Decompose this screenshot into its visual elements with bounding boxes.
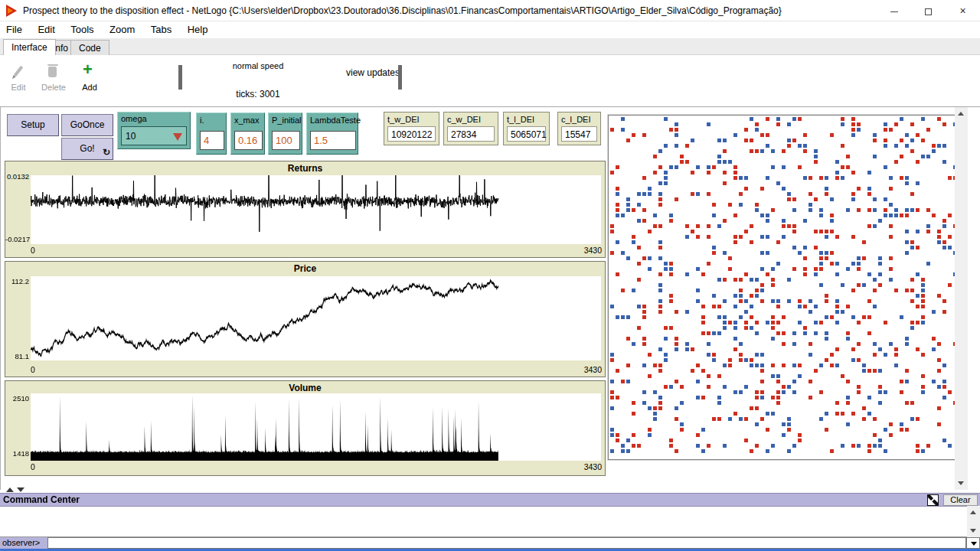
command-prompt-row: observer> <box>0 537 980 549</box>
returns-y-min-tick: -0.0217 <box>5 235 29 243</box>
price-x-max-tick: 3430 <box>584 365 602 374</box>
toolbar-separator-2 <box>398 65 402 90</box>
splitter-down-handle[interactable] <box>17 487 24 492</box>
cc-scroll-down-button[interactable] <box>967 524 980 537</box>
monitor-t-l-dei: t_l_DEI 5065071 <box>503 112 550 145</box>
scroll-up-button[interactable] <box>955 107 968 120</box>
plot-volume: Volume 2510 1418 0 3430 <box>5 380 606 476</box>
command-center-scrollbar[interactable] <box>967 506 980 537</box>
input-i: i. <box>196 112 227 155</box>
plot-price: Price 112.2 81.1 0 3430 <box>5 261 606 377</box>
menu-tools[interactable]: Tools <box>64 21 100 35</box>
window-title: Prospect theory to the disposition effec… <box>23 5 782 16</box>
command-center-output <box>0 506 967 537</box>
close-button[interactable]: × <box>946 0 980 21</box>
plot-volume-title: Volume <box>5 383 605 393</box>
plot-returns: Returns 0.0132 -0.0217 0 3430 <box>5 161 606 258</box>
input-x-max-field[interactable] <box>234 131 263 150</box>
tab-interface[interactable]: Interface <box>3 39 56 55</box>
command-center-title: Command Center <box>3 494 80 505</box>
tab-code[interactable]: Code <box>70 40 109 55</box>
plot-returns-title: Returns <box>5 163 605 174</box>
returns-x-min-tick: 0 <box>31 246 35 255</box>
menu-help[interactable]: Help <box>181 21 214 35</box>
speed-slider-label: normal speed <box>201 61 315 70</box>
omega-chooser-label: omega <box>121 114 147 123</box>
menu-edit[interactable]: Edit <box>31 21 60 35</box>
input-p-initial-field[interactable] <box>272 131 300 150</box>
menu-file[interactable]: File <box>0 21 28 35</box>
monitor-c-w-dei: c_w_DEI 27834 <box>443 112 498 145</box>
workspace-scrollbar[interactable] <box>955 107 968 490</box>
netlogo-app-icon-inner <box>8 8 13 14</box>
minimize-button[interactable] <box>877 0 911 21</box>
cc-scroll-up-button[interactable] <box>967 506 980 519</box>
input-lambda-teste-field[interactable] <box>310 131 356 150</box>
volume-y-max-tick: 2510 <box>5 394 29 403</box>
command-center-header: Command Center Clear <box>0 493 980 506</box>
interface-toolbar: Edit Delete + Add abc Button normal spee… <box>0 55 980 107</box>
volume-x-max-tick: 3430 <box>584 462 602 471</box>
volume-x-min-tick: 0 <box>31 462 35 471</box>
maximize-button[interactable] <box>911 0 946 21</box>
world-view-canvas[interactable] <box>609 116 959 458</box>
delete-trash-icon <box>47 64 58 66</box>
tab-bar: Interface Info Code <box>0 38 980 55</box>
add-button[interactable]: Add <box>77 83 103 92</box>
go-once-button[interactable]: GoOnce <box>61 114 113 136</box>
forever-refresh-icon: ↻ <box>103 147 110 158</box>
command-input[interactable] <box>47 537 966 549</box>
toolbar-separator <box>178 65 182 90</box>
price-x-min-tick: 0 <box>31 365 35 374</box>
command-center-resize-icon[interactable] <box>927 494 939 506</box>
prompt-context-dropdown[interactable] <box>966 537 980 549</box>
menu-tabs[interactable]: Tabs <box>145 21 178 35</box>
scroll-down-icon <box>958 481 964 485</box>
plot-price-canvas <box>31 276 601 360</box>
clear-button[interactable]: Clear <box>943 494 978 506</box>
input-x-max: x_max <box>230 112 265 155</box>
input-lambda-teste: LambdaTeste <box>306 112 358 155</box>
prompt-dropdown-icon <box>971 542 977 546</box>
setup-button[interactable]: Setup <box>7 114 59 136</box>
splitter-up-handle[interactable] <box>6 487 14 492</box>
chooser-dropdown-icon <box>173 133 182 141</box>
interface-workspace: Setup GoOnce Go! ↻ omega 10 i. x_max P_i… <box>0 107 967 490</box>
plot-price-title: Price <box>5 263 605 274</box>
edit-pencil-icon <box>13 65 23 77</box>
plot-volume-canvas <box>31 393 601 461</box>
input-i-field[interactable] <box>200 131 224 150</box>
netlogo-window: Prospect theory to the disposition effec… <box>0 0 980 551</box>
go-forever-button[interactable]: Go! ↻ <box>61 138 113 160</box>
title-bar: Prospect theory to the disposition effec… <box>0 0 980 21</box>
menu-zoom[interactable]: Zoom <box>103 21 141 35</box>
delete-trash-body-icon <box>48 67 57 77</box>
cc-scroll-up-icon <box>970 510 976 514</box>
scroll-up-icon <box>958 112 964 116</box>
price-y-max-tick: 112.2 <box>5 277 29 285</box>
delete-button[interactable]: Delete <box>38 83 69 92</box>
omega-chooser-value[interactable]: 10 <box>121 126 187 145</box>
monitor-c-l-dei: c_l_DEI 15547 <box>557 112 601 145</box>
menu-bar: File Edit Tools Zoom Tabs Help <box>0 21 980 38</box>
world-view[interactable] <box>608 115 961 460</box>
scroll-down-button[interactable] <box>955 477 968 490</box>
input-p-initial: P_initial <box>268 112 302 155</box>
ticks-counter: ticks: 3001 <box>201 89 315 99</box>
returns-x-max-tick: 3430 <box>584 246 602 255</box>
edit-button[interactable]: Edit <box>6 83 31 92</box>
price-y-min-tick: 81.1 <box>5 352 29 360</box>
volume-y-min-tick: 1418 <box>5 449 29 458</box>
cc-scroll-down-icon <box>970 529 976 533</box>
returns-y-max-tick: 0.0132 <box>5 172 29 181</box>
omega-chooser[interactable]: omega 10 <box>117 112 191 149</box>
add-plus-icon: + <box>83 63 93 77</box>
observer-prompt-label: observer> <box>0 537 47 549</box>
plot-returns-canvas <box>31 175 601 244</box>
monitor-t-w-dei: t_w_DEI 10920122 <box>384 112 439 145</box>
